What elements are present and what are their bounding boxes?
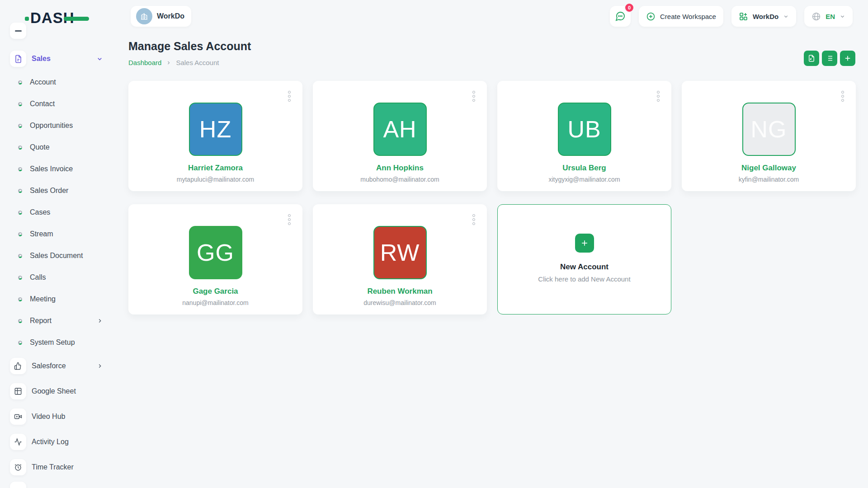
sidebar-item-label: Opportunities	[30, 122, 73, 130]
bullet-icon	[18, 276, 22, 280]
table-icon	[10, 383, 26, 399]
workspace-switcher-label: WorkDo	[753, 13, 778, 20]
list-view-button[interactable]	[822, 51, 837, 66]
new-account-card[interactable]: New Account Click here to add New Accoun…	[497, 204, 671, 314]
sidebar-item-cases[interactable]: Cases	[0, 202, 111, 223]
chevron-down-icon	[96, 56, 103, 62]
account-name-link[interactable]: Gage Garcia	[193, 287, 238, 296]
sidebar-item-sales-invoice[interactable]: Sales Invoice	[0, 158, 111, 180]
topbar-right: 0 Create Workspace WorkDo EN	[610, 6, 853, 27]
sidebar-item-label: System Setup	[30, 338, 75, 347]
account-email: kyfin@mailinator.com	[739, 176, 799, 183]
sidebar-item-opportunities[interactable]: Opportunities	[0, 115, 111, 136]
sidebar-item-label: Sales Order	[30, 187, 68, 195]
sidebar-item-quote[interactable]: Quote	[0, 136, 111, 158]
sidebar-item-sales-order[interactable]: Sales Order	[0, 180, 111, 202]
sidebar-item-meeting[interactable]: Meeting	[0, 288, 111, 310]
building-icon	[136, 8, 152, 24]
avatar: AH	[373, 103, 427, 156]
globe-icon	[811, 12, 821, 21]
menu-collapse-button[interactable]	[10, 23, 26, 39]
sidebar-item-salesforce[interactable]: Salesforce	[0, 355, 111, 377]
account-name-link[interactable]: Ann Hopkins	[376, 164, 424, 173]
account-card: AH Ann Hopkins mubohomo@mailinator.com	[313, 81, 487, 191]
sidebar-item-account[interactable]: Account	[0, 71, 111, 93]
sidebar-item-report[interactable]: Report	[0, 310, 111, 332]
bullet-icon	[18, 124, 22, 128]
sidebar-item-label: Calls	[30, 273, 46, 282]
add-account-button[interactable]	[840, 51, 855, 66]
bullet-icon	[18, 341, 22, 345]
bullet-icon	[18, 189, 22, 193]
workspace-name: WorkDo	[157, 12, 184, 20]
account-name-link[interactable]: Ursula Berg	[562, 164, 606, 173]
sidebar-item-calls[interactable]: Calls	[0, 267, 111, 288]
app-logo[interactable]: DASH	[30, 10, 89, 26]
account-name-link[interactable]: Harriet Zamora	[188, 164, 243, 173]
bullet-icon	[18, 211, 22, 215]
bullet-icon	[18, 145, 22, 150]
page-title: Manage Sales Account	[128, 40, 251, 53]
document-icon	[10, 51, 26, 67]
account-name-link[interactable]: Nigel Galloway	[741, 164, 796, 173]
sidebar-item-time-tracker[interactable]: Time Tracker	[0, 456, 111, 478]
create-workspace-button[interactable]: Create Workspace	[639, 6, 723, 27]
sidebar-item-activity-log[interactable]: Activity Log	[0, 431, 111, 453]
sidebar-item-label: Quote	[30, 143, 50, 151]
sidebar-item-sales[interactable]: Sales	[0, 48, 111, 70]
logo-dash-icon	[64, 17, 89, 21]
card-menu-button[interactable]	[287, 213, 292, 226]
account-name-link[interactable]: Reuben Workman	[367, 287, 432, 296]
account-card: UB Ursula Berg xitygyxig@mailinator.com	[497, 81, 671, 191]
account-email: nanupi@mailinator.com	[182, 299, 249, 306]
sidebar-item-label: Meeting	[30, 295, 56, 303]
card-menu-button[interactable]	[656, 90, 660, 103]
sidebar-item-label: Stream	[30, 230, 53, 238]
sidebar-item-sales-document[interactable]: Sales Document	[0, 245, 111, 267]
workspace-switcher[interactable]: WorkDo	[731, 6, 796, 27]
sidebar-item-contact[interactable]: Contact	[0, 93, 111, 115]
list-icon	[826, 54, 834, 62]
messages-count-badge: 0	[624, 3, 634, 13]
sidebar-item-label: Activity Log	[32, 438, 69, 446]
sidebar-item-system-setup[interactable]: System Setup	[0, 332, 111, 353]
sidebar-next-item-partial[interactable]	[10, 482, 26, 488]
activity-pulse-icon	[10, 434, 26, 450]
sidebar-item-label: Video Hub	[32, 413, 65, 421]
chat-bubble-icon	[615, 11, 626, 22]
bullet-icon	[18, 254, 22, 258]
card-menu-button[interactable]	[840, 90, 845, 103]
logo-dot-icon	[25, 17, 29, 21]
alarm-clock-icon	[10, 459, 26, 475]
account-email: durewisu@mailinator.com	[363, 299, 436, 306]
video-camera-icon	[10, 408, 26, 425]
new-account-subtitle: Click here to add New Account	[538, 275, 630, 283]
workspace-pill[interactable]: WorkDo	[131, 6, 191, 27]
export-button[interactable]	[804, 51, 819, 66]
card-menu-button[interactable]	[472, 90, 476, 103]
breadcrumb: Dashboard Sales Account	[128, 59, 219, 66]
avatar: UB	[558, 103, 611, 156]
sidebar-item-label: Sales Document	[30, 252, 83, 260]
account-email: mytapuluci@mailinator.com	[177, 176, 254, 183]
breadcrumb-current: Sales Account	[176, 59, 219, 66]
chevron-right-icon	[97, 318, 103, 324]
sidebar-item-google-sheet[interactable]: Google Sheet	[0, 380, 111, 402]
language-selector[interactable]: EN	[804, 6, 853, 27]
sidebar-item-stream[interactable]: Stream	[0, 223, 111, 245]
chevron-right-icon	[166, 60, 171, 66]
bullet-icon	[18, 297, 22, 301]
plus-icon	[844, 54, 852, 62]
bullet-icon	[18, 80, 22, 84]
sidebar-item-label: Report	[30, 317, 52, 325]
chevron-down-icon	[783, 14, 789, 19]
avatar: HZ	[189, 103, 242, 156]
breadcrumb-dashboard-link[interactable]: Dashboard	[128, 59, 161, 66]
account-email: xitygyxig@mailinator.com	[548, 176, 620, 183]
card-menu-button[interactable]	[472, 213, 476, 226]
plus-icon	[575, 234, 594, 253]
sidebar-item-video-hub[interactable]: Video Hub	[0, 406, 111, 427]
plus-circle-icon	[646, 12, 656, 21]
messages-button[interactable]: 0	[610, 6, 631, 27]
card-menu-button[interactable]	[287, 90, 292, 103]
